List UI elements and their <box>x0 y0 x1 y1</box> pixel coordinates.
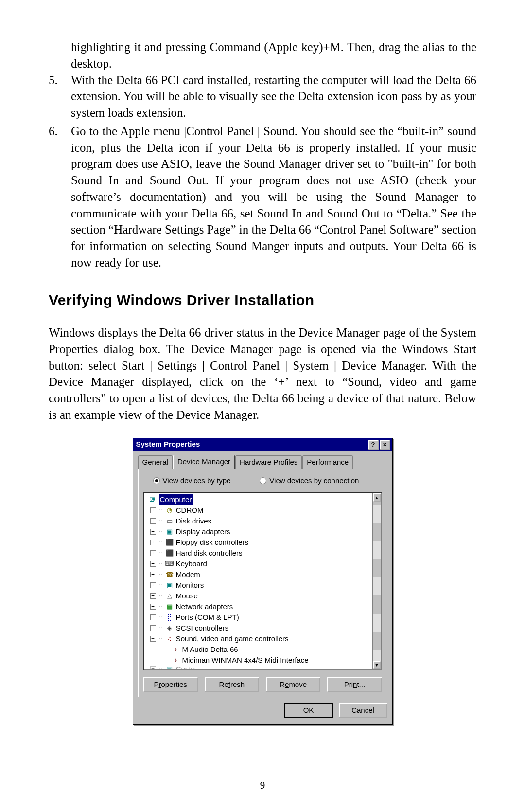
tree-node-label: Modem <box>176 569 200 580</box>
radio-view-by-connection[interactable]: View devices by connection <box>260 476 359 486</box>
device-icon: ⬛ <box>165 549 174 557</box>
tab-strip: General Device Manager Hardware Profiles… <box>133 451 392 469</box>
device-icon: ◈ <box>165 624 174 632</box>
dialog-title: System Properties <box>136 439 367 449</box>
remove-button[interactable]: Remove <box>266 677 320 692</box>
tree-node[interactable]: +··◔CDROM <box>147 505 381 516</box>
tree-node[interactable]: +··▤Network adapters <box>147 601 381 612</box>
page-number: 9 <box>0 779 525 792</box>
tree-node-label: Display adapters <box>176 526 230 537</box>
tree-node-label: Floppy disk controllers <box>176 537 248 548</box>
radio-dot-icon <box>153 477 160 484</box>
tree-node-label: Hard disk controllers <box>176 548 243 559</box>
close-button[interactable]: × <box>380 440 390 450</box>
tab-general[interactable]: General <box>138 455 173 469</box>
intro-continuation: highlighting it and pressing Command (Ap… <box>71 39 476 72</box>
titlebar[interactable]: System Properties ? × <box>133 438 392 451</box>
tree-node-label: Sound, video and game controllers <box>176 633 289 644</box>
tree-node[interactable]: +··△Mouse <box>147 591 381 601</box>
tree-node[interactable]: +··▣Monitors <box>147 580 381 591</box>
expand-icon[interactable]: + <box>150 593 156 599</box>
device-icon: ▣ <box>165 666 174 670</box>
list-item-6: 6. Go to the Apple menu |Control Panel |… <box>49 123 476 271</box>
expand-icon[interactable]: + <box>150 529 156 535</box>
cancel-button[interactable]: Cancel <box>339 703 387 718</box>
expand-icon[interactable]: + <box>150 550 156 556</box>
tree-root[interactable]: 🖳 Computer <box>147 494 381 505</box>
device-icon: ◔ <box>165 506 174 514</box>
tree-node-label: Monitors <box>176 580 204 591</box>
expand-icon[interactable]: + <box>150 604 156 610</box>
tree-node[interactable]: +··⬛Floppy disk controllers <box>147 537 381 548</box>
tree-child-node[interactable]: ♪Midiman WINMAN 4x4/S Midi Interface <box>147 655 381 666</box>
tree-node[interactable]: +··▣Display adapters <box>147 526 381 537</box>
tree-node-label: SCSI controllers <box>176 623 228 633</box>
ok-button[interactable]: OK <box>284 703 333 718</box>
scrollbar[interactable]: ▲ ▼ <box>372 493 381 669</box>
device-icon: ♫ <box>165 635 174 643</box>
tree-node[interactable]: +··⬛Hard disk controllers <box>147 548 381 559</box>
scroll-down-icon[interactable]: ▼ <box>373 661 381 669</box>
expand-icon[interactable]: + <box>150 540 156 545</box>
tree-node[interactable]: +··☎Modem <box>147 569 381 580</box>
tree-node[interactable]: −··♫Sound, video and game controllers <box>147 633 381 644</box>
tree-node-label: Mouse <box>176 591 198 601</box>
tree-node[interactable]: +··⌨Keyboard <box>147 559 381 569</box>
tree-node-label: Ports (COM & LPT) <box>176 612 239 623</box>
expand-icon[interactable]: + <box>150 582 156 588</box>
radio-view-by-type[interactable]: View devices by type <box>153 476 231 486</box>
expand-icon[interactable]: + <box>150 614 156 620</box>
refresh-button[interactable]: Refresh <box>205 677 259 692</box>
radio-dot-icon <box>260 477 266 484</box>
help-button[interactable]: ? <box>368 440 379 450</box>
print-button[interactable]: Print... <box>327 677 382 692</box>
tab-hardware-profiles[interactable]: Hardware Profiles <box>235 455 302 469</box>
expand-icon[interactable]: + <box>150 507 156 513</box>
list-number: 5. <box>49 72 71 121</box>
tree-cutoff-label: Custo <box>176 666 195 670</box>
device-icon: ▭ <box>165 517 174 525</box>
tree-child-label: M Audio Delta-66 <box>182 644 238 655</box>
tree-node-label: Network adapters <box>176 601 233 612</box>
expand-icon[interactable]: + <box>150 625 156 631</box>
expand-icon[interactable]: − <box>150 636 156 642</box>
device-icon: ▣ <box>165 581 174 589</box>
device-icon: ▤ <box>165 603 174 611</box>
expand-icon: + <box>150 666 156 670</box>
properties-button[interactable]: Properties <box>143 677 198 692</box>
radio-label: View devices by type <box>163 476 231 486</box>
tab-device-manager[interactable]: Device Manager <box>173 455 235 469</box>
device-tree[interactable]: 🖳 Computer +··◔CDROM+··▭Disk drives+··▣D… <box>143 492 382 670</box>
tree-node[interactable]: +··⣟Ports (COM & LPT) <box>147 612 381 623</box>
device-icon: ♪ <box>172 646 180 653</box>
list-item-5: 5. With the Delta 66 PCI card installed,… <box>49 72 476 121</box>
tree-node-label: Disk drives <box>176 516 211 526</box>
expand-icon[interactable]: + <box>150 518 156 524</box>
device-icon: ♪ <box>172 656 180 664</box>
device-icon: △ <box>165 592 174 600</box>
device-icon: ▣ <box>165 528 174 536</box>
expand-icon[interactable]: + <box>150 561 156 567</box>
tab-panel: View devices by type View devices by con… <box>138 469 387 697</box>
tree-node-label: Keyboard <box>176 559 207 569</box>
tree-node[interactable]: +··▭Disk drives <box>147 516 381 526</box>
tree-node[interactable]: +··◈SCSI controllers <box>147 623 381 633</box>
computer-icon: 🖳 <box>148 496 157 504</box>
device-icon: ☎ <box>165 571 174 578</box>
tree-child-node[interactable]: ♪M Audio Delta-66 <box>147 644 381 655</box>
section-heading: Verifying Windows Driver Installation <box>49 290 476 310</box>
tree-root-label: Computer <box>159 494 193 505</box>
system-properties-dialog: System Properties ? × General Device Man… <box>133 438 393 725</box>
tree-child-label: Midiman WINMAN 4x4/S Midi Interface <box>182 655 309 666</box>
device-icon: ⌨ <box>165 560 174 568</box>
tab-performance[interactable]: Performance <box>302 455 353 469</box>
device-icon: ⣟ <box>165 614 174 621</box>
scroll-up-icon[interactable]: ▲ <box>373 493 381 502</box>
tree-node-label: CDROM <box>176 505 204 516</box>
tree-cutoff-row: + ·· ▣ Custo <box>147 666 381 670</box>
expand-icon[interactable]: + <box>150 572 156 577</box>
list-number: 6. <box>49 123 71 271</box>
device-icon: ⬛ <box>165 539 174 546</box>
body-paragraph: Windows displays the Delta 66 driver sta… <box>49 325 476 423</box>
radio-label: View devices by connection <box>269 476 359 486</box>
